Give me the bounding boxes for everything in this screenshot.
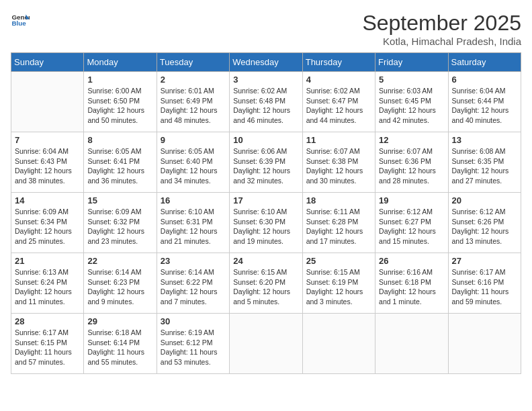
calendar-cell: 11Sunrise: 6:07 AMSunset: 6:38 PMDayligh… [302,132,375,193]
calendar-cell: 23Sunrise: 6:14 AMSunset: 6:22 PMDayligh… [157,253,229,314]
day-number: 6 [452,75,517,85]
calendar-cell: 10Sunrise: 6:06 AMSunset: 6:39 PMDayligh… [230,132,302,193]
calendar-header-row: SundayMondayTuesdayWednesdayThursdayFrid… [11,53,521,72]
day-number: 11 [306,135,371,145]
calendar-cell: 8Sunrise: 6:05 AMSunset: 6:41 PMDaylight… [84,132,157,193]
day-number: 28 [15,316,80,326]
day-info: Sunrise: 6:02 AMSunset: 6:47 PMDaylight:… [306,86,371,126]
calendar-cell [11,72,84,132]
day-number: 24 [233,256,298,266]
calendar-cell: 3Sunrise: 6:02 AMSunset: 6:48 PMDaylight… [230,72,302,132]
day-info: Sunrise: 6:00 AMSunset: 6:50 PMDaylight:… [87,86,152,126]
calendar-cell: 24Sunrise: 6:15 AMSunset: 6:20 PMDayligh… [230,253,302,314]
calendar-cell: 16Sunrise: 6:10 AMSunset: 6:31 PMDayligh… [157,193,229,253]
calendar-cell: 30Sunrise: 6:19 AMSunset: 6:12 PMDayligh… [157,314,229,374]
day-info: Sunrise: 6:17 AMSunset: 6:16 PMDaylight:… [452,267,517,307]
day-number: 22 [87,256,152,266]
day-number: 5 [379,75,444,85]
logo-icon: General Blue [11,11,30,30]
header: General Blue September 2025 Kotla, Himac… [11,11,521,47]
day-number: 1 [87,75,152,85]
day-info: Sunrise: 6:03 AMSunset: 6:45 PMDaylight:… [379,86,444,126]
day-info: Sunrise: 6:10 AMSunset: 6:31 PMDaylight:… [161,207,226,246]
day-number: 16 [161,195,226,205]
day-number: 29 [87,316,152,326]
calendar-cell [302,314,375,374]
logo: General Blue [11,11,30,30]
day-number: 4 [306,75,371,85]
calendar-cell [375,314,448,374]
day-info: Sunrise: 6:14 AMSunset: 6:23 PMDaylight:… [87,267,152,307]
day-info: Sunrise: 6:10 AMSunset: 6:30 PMDaylight:… [233,207,298,246]
calendar-cell: 5Sunrise: 6:03 AMSunset: 6:45 PMDaylight… [375,72,448,132]
day-number: 14 [15,195,80,205]
day-of-week-header: Sunday [11,53,84,72]
calendar-cell: 15Sunrise: 6:09 AMSunset: 6:32 PMDayligh… [84,193,157,253]
day-info: Sunrise: 6:07 AMSunset: 6:38 PMDaylight:… [306,146,371,186]
day-number: 26 [379,256,444,266]
day-number: 23 [161,256,226,266]
calendar-cell: 1Sunrise: 6:00 AMSunset: 6:50 PMDaylight… [84,72,157,132]
day-info: Sunrise: 6:15 AMSunset: 6:20 PMDaylight:… [233,267,298,307]
calendar-cell: 12Sunrise: 6:07 AMSunset: 6:36 PMDayligh… [375,132,448,193]
calendar-cell: 28Sunrise: 6:17 AMSunset: 6:15 PMDayligh… [11,314,84,374]
calendar-week-row: 1Sunrise: 6:00 AMSunset: 6:50 PMDaylight… [11,72,521,132]
day-number: 10 [233,135,298,145]
day-number: 3 [233,75,298,85]
calendar-cell: 4Sunrise: 6:02 AMSunset: 6:47 PMDaylight… [302,72,375,132]
day-number: 21 [15,256,80,266]
day-info: Sunrise: 6:13 AMSunset: 6:24 PMDaylight:… [15,267,80,307]
calendar-table: SundayMondayTuesdayWednesdayThursdayFrid… [11,52,521,374]
day-info: Sunrise: 6:04 AMSunset: 6:43 PMDaylight:… [15,146,80,186]
calendar-cell: 19Sunrise: 6:12 AMSunset: 6:27 PMDayligh… [375,193,448,253]
calendar-cell [230,314,302,374]
day-info: Sunrise: 6:01 AMSunset: 6:49 PMDaylight:… [161,86,226,126]
day-of-week-header: Monday [84,53,157,72]
day-info: Sunrise: 6:04 AMSunset: 6:44 PMDaylight:… [452,86,517,126]
day-number: 30 [161,316,226,326]
day-info: Sunrise: 6:02 AMSunset: 6:48 PMDaylight:… [233,86,298,126]
calendar-cell: 6Sunrise: 6:04 AMSunset: 6:44 PMDaylight… [448,72,521,132]
day-number: 13 [452,135,517,145]
day-of-week-header: Wednesday [230,53,302,72]
day-info: Sunrise: 6:06 AMSunset: 6:39 PMDaylight:… [233,146,298,186]
day-number: 19 [379,195,444,205]
calendar-cell: 27Sunrise: 6:17 AMSunset: 6:16 PMDayligh… [448,253,521,314]
day-number: 7 [15,135,80,145]
month-title: September 2025 [362,11,521,36]
calendar-cell: 17Sunrise: 6:10 AMSunset: 6:30 PMDayligh… [230,193,302,253]
day-info: Sunrise: 6:08 AMSunset: 6:35 PMDaylight:… [452,146,517,186]
day-info: Sunrise: 6:05 AMSunset: 6:41 PMDaylight:… [87,146,152,186]
day-info: Sunrise: 6:05 AMSunset: 6:40 PMDaylight:… [161,146,226,186]
calendar-cell: 21Sunrise: 6:13 AMSunset: 6:24 PMDayligh… [11,253,84,314]
day-number: 27 [452,256,517,266]
day-info: Sunrise: 6:14 AMSunset: 6:22 PMDaylight:… [161,267,226,307]
calendar-cell: 26Sunrise: 6:16 AMSunset: 6:18 PMDayligh… [375,253,448,314]
day-number: 17 [233,195,298,205]
calendar-cell: 22Sunrise: 6:14 AMSunset: 6:23 PMDayligh… [84,253,157,314]
title-block: September 2025 Kotla, Himachal Pradesh, … [362,11,521,47]
day-info: Sunrise: 6:17 AMSunset: 6:15 PMDaylight:… [15,328,80,367]
day-of-week-header: Tuesday [157,53,229,72]
day-of-week-header: Thursday [302,53,375,72]
calendar-cell: 7Sunrise: 6:04 AMSunset: 6:43 PMDaylight… [11,132,84,193]
calendar-week-row: 28Sunrise: 6:17 AMSunset: 6:15 PMDayligh… [11,314,521,374]
day-number: 8 [87,135,152,145]
day-of-week-header: Friday [375,53,448,72]
calendar-cell: 9Sunrise: 6:05 AMSunset: 6:40 PMDaylight… [157,132,229,193]
calendar-week-row: 14Sunrise: 6:09 AMSunset: 6:34 PMDayligh… [11,193,521,253]
calendar-cell [448,314,521,374]
day-number: 15 [87,195,152,205]
calendar-cell: 2Sunrise: 6:01 AMSunset: 6:49 PMDaylight… [157,72,229,132]
day-info: Sunrise: 6:16 AMSunset: 6:18 PMDaylight:… [379,267,444,307]
calendar-cell: 25Sunrise: 6:15 AMSunset: 6:19 PMDayligh… [302,253,375,314]
day-info: Sunrise: 6:15 AMSunset: 6:19 PMDaylight:… [306,267,371,307]
calendar-cell: 13Sunrise: 6:08 AMSunset: 6:35 PMDayligh… [448,132,521,193]
day-number: 9 [161,135,226,145]
day-info: Sunrise: 6:18 AMSunset: 6:14 PMDaylight:… [87,328,152,367]
day-info: Sunrise: 6:11 AMSunset: 6:28 PMDaylight:… [306,207,371,246]
location-title: Kotla, Himachal Pradesh, India [362,36,521,47]
day-number: 12 [379,135,444,145]
day-number: 25 [306,256,371,266]
day-number: 20 [452,195,517,205]
